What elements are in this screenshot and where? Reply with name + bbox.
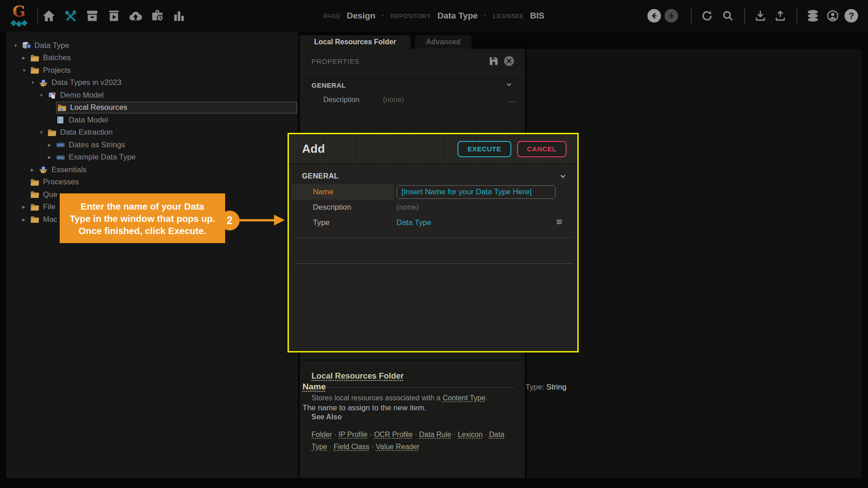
search-icon[interactable] (719, 7, 737, 25)
tree-expander-right-icon[interactable]: ▶ (22, 205, 29, 209)
tree-expander-down-icon[interactable]: ▼ (22, 68, 29, 73)
breadcrumb-repository-value[interactable]: Data Type (437, 11, 477, 21)
forward-button[interactable] (665, 9, 678, 23)
toolbar-divider (37, 8, 38, 24)
repository-database-icon[interactable] (804, 7, 822, 25)
tree-expander-down-icon[interactable]: ▼ (14, 43, 20, 48)
dialog-row-type[interactable]: Type Data Type (289, 215, 577, 230)
field-value: (none) (396, 203, 419, 212)
tree-expander-down-icon[interactable]: ▼ (39, 93, 46, 98)
help-description-text: Stores local resources associated with a (311, 394, 443, 402)
tree-expander-right-icon[interactable]: ▶ (22, 56, 29, 60)
name-input[interactable]: [Insert Name for your Data Type Here] (396, 185, 556, 199)
tab-advanced[interactable]: Advanced (415, 35, 472, 49)
see-also-link-data-rule[interactable]: Data Rule (419, 431, 451, 438)
step-number-badge: 2 (220, 211, 240, 230)
import-download-icon[interactable] (751, 7, 769, 25)
grooper-logo[interactable]: G (7, 4, 31, 28)
link-separator: · (413, 431, 419, 438)
see-also-link-field-class[interactable]: Field Class (334, 443, 369, 450)
ellipsis-button[interactable]: ... (509, 96, 516, 104)
tree-item-label: Data Type (34, 41, 69, 50)
cancel-button[interactable]: CANCEL (517, 141, 567, 157)
link-separator: · (369, 443, 376, 450)
add-dialog: Add EXECUTE CANCEL GENERAL Name [Insert … (288, 133, 579, 352)
tree-expander-right-icon[interactable]: ▶ (22, 217, 29, 222)
dialog-row-name[interactable]: Name [Insert Name for your Data Type Her… (289, 184, 577, 200)
design-tools-icon[interactable] (61, 7, 80, 25)
tree-item-local-resources[interactable]: Local Resources (6, 102, 298, 114)
field-help-term[interactable]: Name (302, 382, 326, 392)
property-row-description[interactable]: Description (none) ... (323, 96, 513, 104)
properties-title: PROPERTIES (311, 57, 484, 65)
breadcrumb-licensee-value: BIS (530, 11, 545, 21)
breadcrumb-licensee-label: LICENSEE (493, 13, 524, 19)
cloud-upload-icon[interactable] (127, 7, 145, 25)
model-icon (47, 91, 57, 99)
tree-item-label: Dates as Strings (69, 141, 125, 150)
dialog-row-description[interactable]: Description (none) (289, 200, 577, 215)
help-title-link[interactable]: Local Resources Folder (311, 371, 404, 381)
tab-label: Advanced (426, 38, 460, 46)
property-label: Description (323, 96, 383, 104)
tree-item-data-model[interactable]: Data Model (6, 114, 298, 127)
see-also-link-lexicon[interactable]: Lexicon (458, 431, 482, 438)
folder-icon (30, 54, 40, 62)
breadcrumb-page-value[interactable]: Design (347, 11, 375, 21)
divider (295, 237, 573, 238)
tree-item-label: Batches (43, 53, 71, 62)
export-upload-icon[interactable] (771, 7, 789, 25)
tree-expander-right-icon[interactable]: ▶ (48, 155, 55, 160)
tree-item-data-types-in-v2023[interactable]: ▼Data Types in v2023 (6, 77, 298, 89)
node-tree-panel: ▼Data Type▶Batches▼Projects▼Data Types i… (6, 32, 298, 478)
field-label: Name (289, 188, 396, 197)
user-account-icon[interactable] (824, 7, 842, 25)
refresh-icon[interactable] (698, 7, 716, 25)
tree-item-example-data-type[interactable]: ▶0723Example Data Type (6, 151, 298, 164)
link-separator: · (483, 431, 489, 438)
stats-chart-icon[interactable] (170, 7, 188, 25)
data-type-icon: 0723 (56, 141, 66, 149)
field-type-label: Type: (525, 383, 544, 391)
dialog-section-general[interactable]: GENERAL (302, 172, 567, 182)
back-button[interactable] (647, 9, 661, 23)
save-icon[interactable] (488, 55, 500, 67)
tree-expander-right-icon[interactable]: ▶ (48, 143, 55, 147)
see-also-link-ocr-profile[interactable]: OCR Profile (374, 431, 412, 438)
help-icon[interactable]: ? (844, 9, 858, 23)
see-also-link-ip-profile[interactable]: IP Profile (339, 431, 368, 438)
properties-section-general[interactable]: GENERAL (311, 80, 513, 90)
callout-line: Once finished, click Execute. (60, 225, 225, 237)
tree-item-projects[interactable]: ▼Projects (6, 64, 298, 77)
menu-icon[interactable] (555, 217, 564, 229)
tree-item-demo-model[interactable]: ▼Demo Model (6, 89, 298, 102)
tree-item-dates-as-strings[interactable]: ▶0723Dates as Strings (6, 139, 298, 151)
folder-icon (30, 216, 40, 224)
tree-expander-down-icon[interactable]: ▼ (39, 130, 46, 135)
chevron-down-icon[interactable] (505, 80, 513, 90)
tree-selected-item-box[interactable]: Local Resources (56, 102, 297, 113)
tree-expander-down-icon[interactable]: ▼ (31, 80, 38, 85)
home-icon[interactable] (40, 7, 58, 25)
see-also-link-folder[interactable]: Folder (311, 431, 332, 438)
folder-icon (30, 66, 40, 75)
execute-button[interactable]: EXECUTE (458, 141, 511, 157)
tree-item-data-type[interactable]: ▼Data Type (6, 39, 298, 52)
chevron-down-icon[interactable] (559, 172, 567, 182)
batch-process-icon[interactable] (105, 7, 123, 25)
jobs-clock-icon[interactable] (148, 7, 166, 25)
link-separator: · (451, 431, 458, 438)
tree-item-data-extraction[interactable]: ▼Data Extraction (6, 127, 298, 139)
close-icon[interactable] (503, 55, 515, 67)
database-shield-icon (22, 42, 31, 50)
tab-label: Local Resources Folder (314, 38, 396, 46)
tree-item-label: Projects (43, 66, 71, 75)
see-also-link-value-reader[interactable]: Value Reader (376, 443, 420, 450)
batches-icon[interactable] (83, 7, 101, 25)
content-type-link[interactable]: Content Type (443, 394, 486, 402)
tree-expander-right-icon[interactable]: ▶ (31, 168, 38, 172)
tree-item-processes[interactable]: Processes (6, 176, 298, 189)
tab-local-resources-folder[interactable]: Local Resources Folder (300, 35, 410, 49)
tree-item-essentials[interactable]: ▶Essentials (6, 164, 298, 176)
tree-item-batches[interactable]: ▶Batches (6, 52, 298, 65)
